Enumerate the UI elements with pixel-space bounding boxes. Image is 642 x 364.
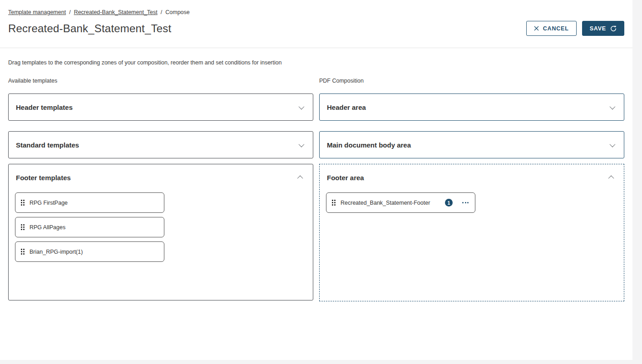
accordion-title: Standard templates — [16, 141, 79, 149]
pdf-composition-column: PDF Composition Header area Main documen… — [319, 78, 624, 301]
page-header: Template management / Recreated-Bank_Sta… — [0, 0, 632, 48]
chevron-down-icon — [610, 141, 616, 147]
template-item-label: RPG AllPages — [30, 224, 65, 231]
composition-item-footer[interactable]: Recreated_Bank_Statement-Footer 1 — [326, 192, 475, 213]
template-item-label: Brian_RPG-import(1) — [30, 249, 83, 255]
accordion-main-body-area-toggle[interactable]: Main document body area — [320, 132, 624, 158]
breadcrumb-link-template-management[interactable]: Template management — [8, 9, 66, 15]
drag-handle-icon[interactable] — [332, 200, 336, 206]
rotate-arrow-icon — [610, 25, 617, 32]
pdf-composition-label: PDF Composition — [319, 78, 624, 84]
drag-handle-icon[interactable] — [21, 200, 25, 206]
accordion-title: Header templates — [16, 103, 73, 111]
item-menu-ellipsis-icon[interactable] — [461, 200, 469, 205]
accordion-standard-templates-toggle[interactable]: Standard templates — [9, 132, 313, 158]
breadcrumb: Template management / Recreated-Bank_Sta… — [8, 9, 624, 15]
breadcrumb-current: Compose — [165, 9, 190, 15]
accordion-footer-area: Footer area Recreated_Bank_Statement-Foo… — [319, 164, 624, 301]
chevron-down-icon — [299, 103, 305, 109]
accordion-title: Header area — [327, 103, 366, 111]
chevron-down-icon — [299, 141, 305, 147]
footer-area-list: Recreated_Bank_Statement-Footer 1 — [320, 191, 624, 213]
close-icon — [534, 26, 539, 31]
template-item-brian-rpg-import[interactable]: Brian_RPG-import(1) — [15, 241, 164, 262]
compose-content: Drag templates to the corresponding zone… — [0, 59, 632, 301]
accordion-header-area-toggle[interactable]: Header area — [320, 94, 624, 120]
accordion-footer-area-toggle[interactable]: Footer area — [320, 164, 624, 191]
footer-templates-list: RPG FirstPage RPG AllPages Brian_RPG-imp… — [9, 191, 313, 262]
condition-count-badge: 1 — [445, 199, 453, 207]
composition-item-label: Recreated_Bank_Statement-Footer — [341, 200, 430, 206]
template-item-rpg-firstpage[interactable]: RPG FirstPage — [15, 192, 164, 213]
available-templates-column: Available templates Header templates Sta… — [8, 78, 313, 301]
drag-handle-icon[interactable] — [21, 249, 25, 255]
accordion-standard-templates: Standard templates — [8, 131, 313, 158]
accordion-header-templates: Header templates — [8, 93, 313, 121]
accordion-title: Footer templates — [16, 174, 71, 182]
template-item-label: RPG FirstPage — [30, 200, 68, 206]
cancel-button-label: CANCEL — [543, 25, 569, 32]
save-button[interactable]: SAVE — [582, 21, 624, 36]
page-title: Recreated-Bank_Statement_Test — [8, 22, 171, 35]
accordion-title: Footer area — [327, 174, 364, 182]
cancel-button[interactable]: CANCEL — [526, 21, 577, 36]
save-button-label: SAVE — [590, 25, 606, 32]
template-item-rpg-allpages[interactable]: RPG AllPages — [15, 217, 164, 237]
breadcrumb-link-template[interactable]: Recreated-Bank_Statement_Test — [74, 9, 158, 15]
accordion-title: Main document body area — [327, 141, 411, 149]
drag-handle-icon[interactable] — [21, 224, 25, 230]
accordion-header-templates-toggle[interactable]: Header templates — [9, 94, 313, 120]
accordion-footer-templates: Footer templates RPG FirstPage RPG AllPa… — [8, 164, 313, 300]
chevron-up-icon — [608, 175, 614, 181]
breadcrumb-separator: / — [161, 9, 162, 15]
instruction-text: Drag templates to the corresponding zone… — [8, 59, 624, 66]
breadcrumb-separator: / — [69, 9, 70, 15]
header-actions: CANCEL SAVE — [526, 21, 624, 36]
accordion-header-area: Header area — [319, 93, 624, 121]
available-templates-label: Available templates — [8, 78, 313, 84]
chevron-up-icon — [297, 175, 303, 181]
accordion-main-body-area: Main document body area — [319, 131, 624, 158]
accordion-footer-templates-toggle[interactable]: Footer templates — [9, 164, 313, 191]
chevron-down-icon — [610, 103, 616, 109]
app-page: Template management / Recreated-Bank_Sta… — [0, 0, 632, 360]
